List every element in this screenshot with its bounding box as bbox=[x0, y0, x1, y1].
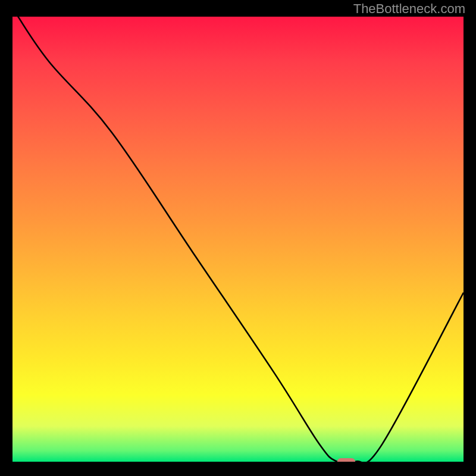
bottleneck-curve bbox=[12, 17, 464, 462]
bottleneck-chart bbox=[12, 17, 464, 462]
target-marker bbox=[337, 458, 355, 462]
watermark-text: TheBottleneck.com bbox=[353, 1, 465, 17]
